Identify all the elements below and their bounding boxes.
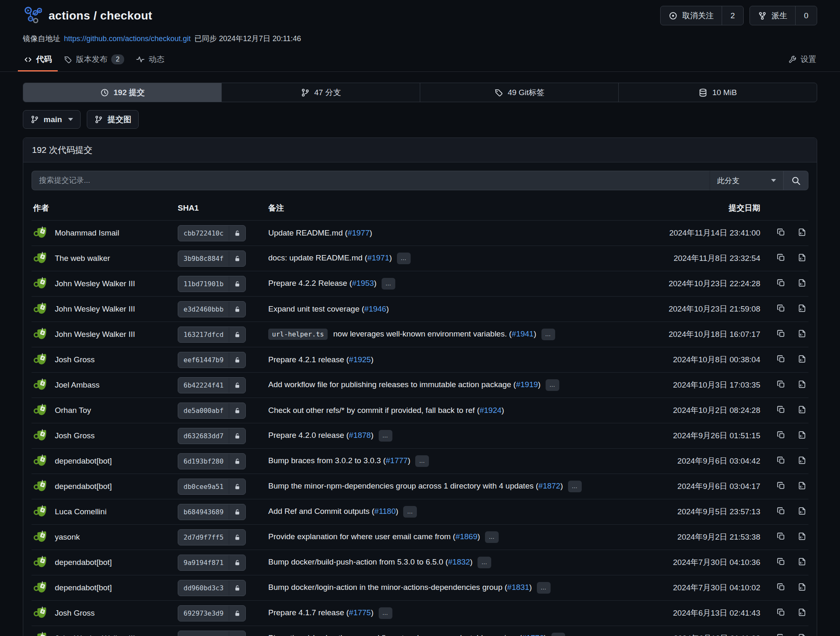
commit-sha-button[interactable]: b684943689 [178, 504, 246, 520]
pr-link[interactable]: #1180 [375, 507, 396, 516]
browse-source-button[interactable] [798, 532, 807, 541]
copy-sha-button[interactable] [776, 329, 786, 338]
copy-sha-button[interactable] [776, 608, 786, 617]
copy-sha-button[interactable] [776, 354, 786, 363]
pr-link[interactable]: #1941 [512, 329, 534, 338]
commit-author-name[interactable]: Joel Ambass [55, 381, 100, 390]
pr-link[interactable]: #1925 [349, 355, 371, 364]
commit-sha-button[interactable]: 6b42224f41 [178, 377, 246, 393]
commit-author-name[interactable]: John Wesley Walker III [55, 304, 135, 314]
commit-sha-button[interactable]: 11bd71901b [178, 276, 246, 292]
stat-branches[interactable]: 47 分支 [222, 83, 420, 102]
copy-sha-button[interactable] [776, 380, 786, 389]
browse-source-button[interactable] [798, 456, 807, 465]
commit-sha-button[interactable]: dd960bd3c3 [178, 580, 246, 596]
commit-author-name[interactable]: dependabot[bot] [55, 482, 112, 491]
commit-message-more-button[interactable]: … [551, 633, 565, 636]
search-button[interactable] [784, 171, 808, 190]
copy-sha-button[interactable] [776, 304, 786, 313]
copy-sha-button[interactable] [776, 557, 786, 566]
commit-author-name[interactable]: Mohammad Ismail [55, 228, 119, 238]
tab-code[interactable]: 代码 [18, 49, 58, 71]
commit-author-name[interactable]: yasonk [55, 533, 80, 542]
browse-source-button[interactable] [798, 354, 807, 363]
copy-sha-button[interactable] [776, 532, 786, 541]
fork-button[interactable]: 派生 [750, 6, 795, 25]
commit-message-more-button[interactable]: … [541, 329, 555, 340]
browse-source-button[interactable] [798, 380, 807, 389]
pr-link[interactable]: #1777 [386, 456, 408, 465]
commit-author-name[interactable]: John Wesley Walker III [55, 279, 135, 288]
forks-count[interactable]: 0 [795, 6, 817, 25]
commit-message-more-button[interactable]: … [568, 481, 582, 492]
commit-sha-button[interactable]: 3b9b8c884f [178, 250, 246, 267]
commit-message-more-button[interactable]: … [546, 379, 559, 391]
tab-activity[interactable]: 动态 [130, 49, 170, 71]
commit-sha-button[interactable]: 2d7d9f7ff5 [178, 529, 246, 545]
commit-message-more-button[interactable]: … [415, 455, 429, 467]
pr-link[interactable]: #1832 [448, 557, 470, 566]
tab-releases[interactable]: 版本发布 2 [58, 49, 130, 71]
copy-sha-button[interactable] [776, 405, 786, 414]
pr-link[interactable]: #1831 [507, 583, 529, 592]
commit-graph-button[interactable]: 提交图 [87, 110, 139, 129]
commit-author-name[interactable]: The web walker [55, 254, 110, 263]
browse-source-button[interactable] [798, 405, 807, 414]
copy-sha-button[interactable] [776, 253, 786, 262]
unwatch-button[interactable]: 取消关注 [661, 6, 722, 25]
browse-source-button[interactable] [798, 304, 807, 313]
stat-commits[interactable]: 192 提交 [23, 83, 222, 102]
browse-source-button[interactable] [798, 253, 807, 262]
commit-sha-button[interactable]: 6d193bf280 [178, 453, 246, 469]
browse-source-button[interactable] [798, 481, 807, 490]
commit-sha-button[interactable]: d632683dd7 [178, 428, 246, 444]
commit-message-more-button[interactable]: … [478, 557, 491, 568]
commit-sha-button[interactable]: 9a9194f871 [178, 555, 246, 571]
browse-source-button[interactable] [798, 633, 807, 636]
search-scope-dropdown[interactable]: 此分支 [710, 171, 784, 190]
commit-sha-button[interactable]: eef61447b9 [178, 352, 246, 368]
commit-author-name[interactable]: dependabot[bot] [55, 558, 112, 567]
commit-message-more-button[interactable]: … [537, 582, 551, 594]
commit-author-name[interactable]: John Wesley Walker III [55, 330, 135, 339]
copy-sha-button[interactable] [776, 228, 786, 237]
commit-author-name[interactable]: Orhan Toy [55, 406, 91, 415]
copy-sha-button[interactable] [776, 456, 786, 465]
commit-author-name[interactable]: John Wesley Walker III [55, 634, 135, 636]
pr-link[interactable]: #1878 [349, 431, 371, 440]
browse-source-button[interactable] [798, 228, 807, 237]
pr-link[interactable]: #1977 [348, 228, 370, 237]
pr-link[interactable]: #1872 [539, 481, 561, 490]
pr-link[interactable]: #1946 [364, 304, 386, 313]
commit-author-name[interactable]: dependabot[bot] [55, 457, 112, 466]
watchers-count[interactable]: 2 [722, 6, 743, 25]
pr-link[interactable]: #1869 [456, 532, 478, 541]
commit-message-more-button[interactable]: … [379, 607, 392, 619]
commit-sha-button[interactable]: db0cee9a51 [178, 479, 246, 495]
commit-sha-button[interactable]: 163217dfcd [178, 327, 246, 343]
commit-message-more-button[interactable]: … [403, 506, 417, 518]
commit-sha-button[interactable]: 6ccd57f4c5 [178, 631, 246, 636]
copy-sha-button[interactable] [776, 430, 786, 440]
browse-source-button[interactable] [798, 557, 807, 566]
stat-tags[interactable]: 49 Git标签 [420, 83, 619, 102]
commit-sha-button[interactable]: 692973e3d9 [178, 605, 246, 621]
stat-repo-size[interactable]: 10 MiB [619, 83, 817, 102]
copy-sha-button[interactable] [776, 481, 786, 490]
commit-author-name[interactable]: Luca Comellini [55, 507, 107, 516]
commit-author-name[interactable]: Josh Gross [55, 355, 95, 364]
mirror-url-link[interactable]: https://github.com/actions/checkout.git [64, 34, 191, 43]
commit-message-more-button[interactable]: … [382, 278, 395, 290]
commit-message-more-button[interactable]: … [397, 253, 411, 264]
commit-search-input[interactable] [32, 171, 710, 190]
browse-source-button[interactable] [798, 329, 807, 338]
copy-sha-button[interactable] [776, 582, 786, 592]
browse-source-button[interactable] [798, 608, 807, 617]
commit-author-name[interactable]: Josh Gross [55, 609, 95, 618]
pr-link[interactable]: #1919 [516, 380, 538, 389]
browse-source-button[interactable] [798, 278, 807, 287]
commit-author-name[interactable]: Josh Gross [55, 431, 95, 440]
commit-message-more-button[interactable]: … [485, 531, 499, 543]
browse-source-button[interactable] [798, 506, 807, 516]
tab-settings[interactable]: 设置 [782, 49, 822, 71]
